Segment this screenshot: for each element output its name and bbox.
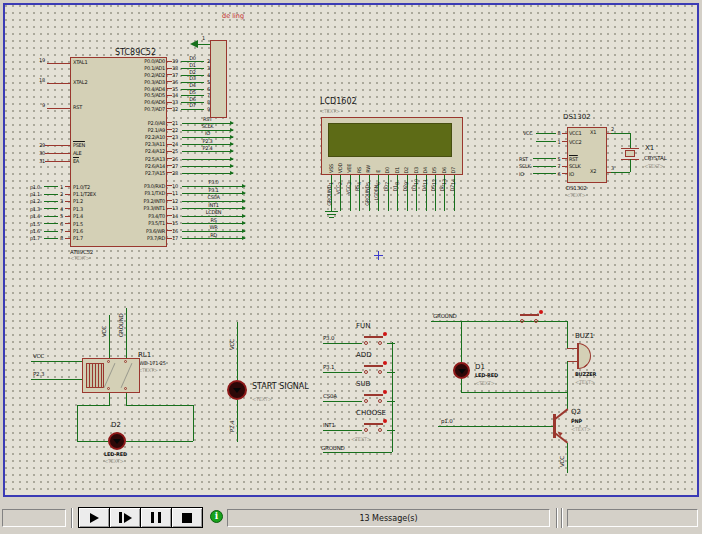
wire <box>387 430 395 431</box>
net-label: D2 <box>403 185 408 191</box>
net-label: D0 <box>181 56 204 61</box>
wire <box>44 186 58 187</box>
key-row: CHOOSE INT1 <box>323 410 395 439</box>
pin <box>65 231 70 232</box>
net-label: CS0A <box>323 393 337 399</box>
pin <box>65 194 70 195</box>
q2-text: <TEXT> <box>571 427 591 433</box>
wire <box>536 141 556 142</box>
pin-row: p1.1 2 <box>30 190 70 197</box>
pin-name: RST <box>73 105 82 111</box>
pin-name: P0.2/AD2 <box>100 72 165 79</box>
push-button[interactable] <box>517 310 543 324</box>
net-label: RS <box>182 218 245 223</box>
mcu-p0-pins: 39 D0 2 38 D1 3 37 D2 4 36 D3 <box>167 58 210 112</box>
wire <box>323 401 362 402</box>
pin-number-cell: 12 <box>431 176 439 185</box>
pin-name-cell: VSS <box>327 164 335 173</box>
wire <box>44 201 58 202</box>
pin-row: 25 P2.4 <box>167 148 233 155</box>
buzzer-body[interactable] <box>577 343 591 369</box>
net-label: D1 <box>393 185 398 191</box>
pause-button[interactable] <box>141 508 171 527</box>
key-buttons: FUN P3.0 ADD P3.1 SUB CS0A <box>323 323 395 439</box>
pin-name: XTAL2 <box>73 80 87 86</box>
pin-number: 15 <box>172 220 182 226</box>
key-row: FUN P3.0 <box>323 323 395 352</box>
mcu-p1-names: P1.0/T2P1.1/T2EXP1.2P1.3P1.4P1.5P1.6P1.7 <box>73 183 96 242</box>
pin-number: 6 <box>58 221 65 227</box>
net-label: p1.3 <box>30 206 44 212</box>
wire: RD <box>182 235 245 243</box>
push-button[interactable] <box>361 390 387 404</box>
pin-number: 25 <box>172 148 182 154</box>
pin-number: 31 <box>33 158 45 164</box>
mcu-p2-names: P2.0/A8P2.1/A9P2.2/A10P2.3/A11P2.4/A12P2… <box>100 119 165 177</box>
wire <box>126 393 127 405</box>
pin-name: P1.4 <box>73 213 96 220</box>
pin <box>65 186 70 187</box>
wire <box>182 169 233 176</box>
wire <box>44 208 58 209</box>
connector-body[interactable] <box>210 40 227 118</box>
net-label: p1.7 <box>30 235 44 241</box>
d2-text: <TEXT> <box>104 459 124 465</box>
wire <box>323 430 362 431</box>
info-icon[interactable]: i <box>210 510 223 523</box>
pin-row: 32 D7 9 <box>167 106 210 113</box>
pin-number: 11 <box>172 190 182 196</box>
pin-row: 30 <box>33 149 70 157</box>
wire <box>126 441 193 442</box>
push-button[interactable] <box>361 332 387 346</box>
pin-name-cell: D3 <box>412 167 420 173</box>
push-button[interactable] <box>361 419 387 433</box>
pin-number: 35 <box>172 86 181 92</box>
net-label: P2.4 <box>182 146 233 151</box>
schematic-canvas[interactable]: STC89C52 AT89C52 <TEXT> 19 XTAL1 18 XTAL… <box>3 3 699 497</box>
wire <box>392 342 393 452</box>
pin-name-cell: E <box>374 170 382 173</box>
contact-terminal <box>124 360 127 363</box>
pin-number: 12 <box>172 198 182 204</box>
pin-name: P1.7 <box>73 235 96 242</box>
pin-number-cell: 14 <box>450 176 458 185</box>
pin-name: P3.7/RD <box>100 235 165 243</box>
pin-row: p1.2 3 <box>30 198 70 205</box>
net-label: SCLK <box>182 124 233 129</box>
pin <box>45 145 70 146</box>
pin-name: P0.6/AD6 <box>100 99 165 106</box>
lcd-screen <box>328 123 452 157</box>
net-label: p1.0 <box>441 418 452 424</box>
wire <box>611 172 630 173</box>
d1-led[interactable] <box>453 362 470 379</box>
pin-name-cell: D7 <box>450 167 458 173</box>
pin-number: 7 <box>58 228 65 234</box>
net-label: p1.0 <box>30 184 44 190</box>
mcu-ctrl-pins: 29 30 31 <box>33 141 70 165</box>
stop-button[interactable] <box>172 508 202 527</box>
pin-name-cell: D1 <box>393 167 401 173</box>
wire <box>44 223 58 224</box>
pin-number: 11 <box>423 176 428 185</box>
start-led[interactable] <box>227 380 247 400</box>
pin-number: 34 <box>172 92 181 98</box>
net-label: P3.1 <box>182 188 245 193</box>
wire <box>323 372 362 373</box>
d2-led[interactable] <box>108 432 126 450</box>
net-label: GROUND <box>321 445 345 451</box>
step-button[interactable] <box>110 508 140 527</box>
net-label: p1.2 <box>30 198 44 204</box>
play-button[interactable] <box>79 508 109 527</box>
net-label: WR <box>182 225 245 230</box>
pin-name-cell: D5 <box>431 167 439 173</box>
wire <box>323 343 362 344</box>
pin-name: P0.5/AD5 <box>100 92 165 99</box>
pin-name: VDD <box>338 163 343 173</box>
pin <box>47 108 70 109</box>
pin-name: X1 <box>590 130 596 136</box>
pin-name: P1.5 <box>73 220 96 227</box>
net-label: IO <box>519 171 533 177</box>
net-label: P3.0 <box>182 180 245 185</box>
push-button[interactable] <box>361 361 387 375</box>
crystal-body[interactable] <box>625 150 635 157</box>
